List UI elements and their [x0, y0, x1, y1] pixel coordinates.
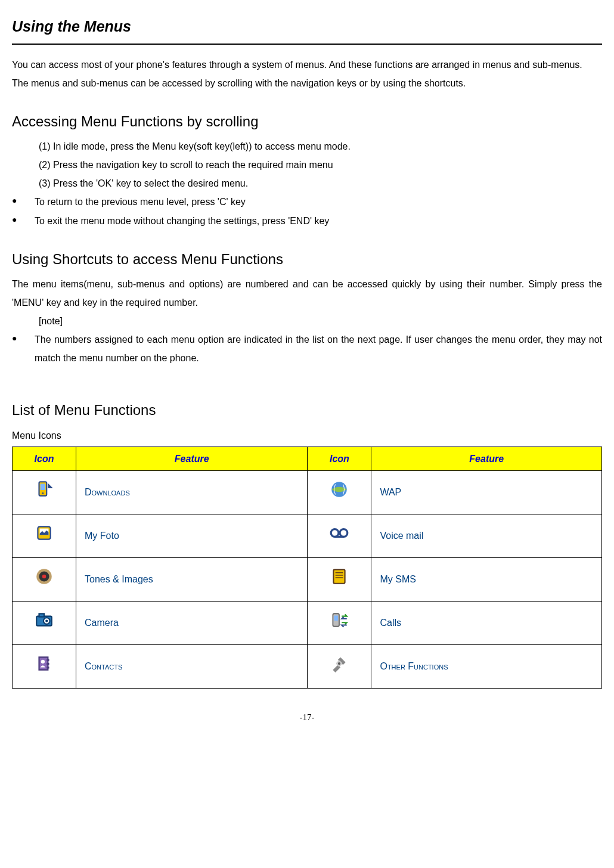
step-2: (2) Press the navigation key to scroll t… — [39, 156, 602, 174]
table-row: My Foto Voice mail — [13, 514, 602, 557]
svg-point-11 — [42, 574, 46, 578]
svg-point-25 — [41, 659, 45, 663]
downloads-icon — [13, 470, 76, 514]
note-bullets: The numbers assigned to each menu option… — [12, 330, 602, 367]
wap-icon — [308, 470, 371, 514]
sms-feature: My SMS — [371, 557, 602, 601]
other-icon — [308, 644, 371, 688]
note-label: [note] — [39, 312, 602, 330]
shortcuts-body: The menu items(menu, sub-menus and optio… — [12, 275, 602, 312]
svg-point-6 — [331, 529, 339, 537]
svg-point-2 — [42, 492, 44, 494]
contacts-icon — [13, 644, 76, 688]
camera-feature: Camera — [76, 601, 308, 644]
menu-icons-label: Menu Icons — [12, 426, 602, 445]
downloads-feature: Downloads — [76, 470, 308, 514]
bullet-exit: To exit the menu mode without changing t… — [12, 212, 602, 230]
other-feature: Other Functions — [371, 644, 602, 688]
table-row: Downloads WAP — [13, 470, 602, 514]
intro-paragraph-1: You can access most of your phone's feat… — [12, 55, 602, 74]
th-feature-1: Feature — [76, 447, 308, 470]
camera-icon — [13, 601, 76, 644]
calls-icon — [308, 601, 371, 644]
menu-table: Icon Feature Icon Feature Downloads WAP … — [12, 447, 602, 689]
table-row: Tones & Images My SMS — [13, 557, 602, 601]
tones-icon — [13, 557, 76, 601]
svg-rect-21 — [334, 615, 338, 621]
contacts-feature: Contacts — [76, 644, 308, 688]
myfoto-feature: My Foto — [76, 514, 308, 557]
section-heading-list: List of Menu Functions — [12, 396, 602, 424]
th-feature-2: Feature — [371, 447, 602, 470]
step-1: (1) In idle mode, press the Menu key(sof… — [39, 137, 602, 156]
title-rule — [12, 44, 602, 45]
section-heading-shortcuts: Using Shortcuts to access Menu Functions — [12, 246, 602, 274]
step-3: (3) Press the 'OK' key to select the des… — [39, 174, 602, 193]
voicemail-icon — [308, 514, 371, 557]
voicemail-feature: Voice mail — [371, 514, 602, 557]
myfoto-icon — [13, 514, 76, 557]
table-row: Camera Calls — [13, 601, 602, 644]
svg-rect-22 — [46, 659, 49, 661]
svg-rect-17 — [39, 613, 45, 616]
th-icon-2: Icon — [308, 447, 371, 470]
step-bullets: To return to the previous menu level, pr… — [12, 193, 602, 230]
svg-point-7 — [340, 529, 348, 537]
tones-feature: Tones & Images — [76, 557, 308, 601]
svg-rect-23 — [46, 663, 49, 665]
bullet-return: To return to the previous menu level, pr… — [12, 193, 602, 211]
intro-paragraph-2: The menus and sub-menus can be accessed … — [12, 74, 602, 92]
sms-icon — [308, 557, 371, 601]
calls-feature: Calls — [371, 601, 602, 644]
page-number: -17- — [12, 709, 602, 726]
section-heading-scrolling: Accessing Menu Functions by scrolling — [12, 108, 602, 136]
svg-rect-1 — [41, 483, 46, 490]
svg-rect-24 — [46, 666, 49, 668]
note-bullet: The numbers assigned to each menu option… — [12, 330, 602, 367]
page-title: Using the Menus — [12, 12, 602, 41]
table-row: Contacts Other Functions — [13, 644, 602, 688]
svg-rect-12 — [334, 569, 345, 583]
svg-point-27 — [338, 662, 340, 665]
wap-feature: WAP — [371, 470, 602, 514]
th-icon-1: Icon — [13, 447, 76, 470]
svg-point-19 — [45, 619, 48, 622]
